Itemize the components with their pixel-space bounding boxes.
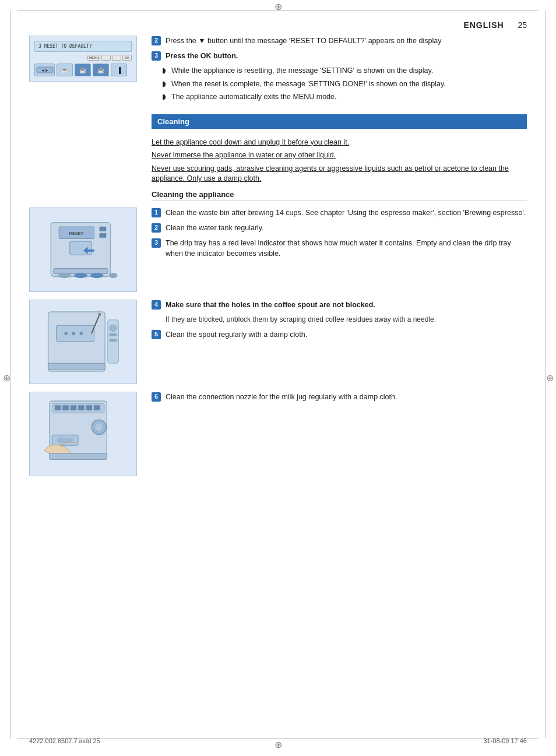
device-illustration-area: 3 RESET TO DEFAULT? MENU · · OK ◄► ☕ (29, 36, 152, 106)
bullet-marker-1: ◗ (162, 66, 168, 76)
step-6-text: 6 Clean the connection nozzle for the mi… (152, 392, 527, 476)
reset-bullet-3-text: The appliance automatically exits the ME… (171, 92, 336, 103)
clean-step-6: 6 Clean the connection nozzle for the mi… (152, 392, 527, 402)
svg-text:◄►: ◄► (41, 68, 49, 72)
svg-rect-21 (48, 363, 105, 370)
warning-3: Never use scouring pads, abrasive cleani… (152, 164, 527, 184)
svg-rect-38 (49, 453, 107, 460)
svg-rect-32 (86, 405, 92, 410)
icon-cup2: ☕ (75, 64, 91, 76)
svg-point-20 (98, 313, 101, 317)
warning-2: Never immerse the appliance in water or … (152, 150, 527, 161)
device-display-text: 3 RESET TO DEFAULT? (38, 44, 128, 49)
clean-step-5: 5 Clean the spout regularly with a damp … (152, 329, 527, 340)
cleaning-header-right: Cleaning (152, 108, 527, 135)
reset-bullet-3: ◗ The appliance automatically exits the … (152, 92, 527, 103)
cleaning-header-left-spacer (29, 108, 152, 135)
reset-step-3: 3 Press the OK button. (152, 51, 527, 61)
header-separator (509, 20, 513, 30)
device-buttons-row: MENU · · OK (34, 55, 132, 61)
svg-rect-29 (62, 405, 69, 410)
svg-point-13 (108, 273, 117, 278)
warnings-row: Let the appliance cool down and unplug i… (29, 138, 527, 205)
cleaning-appliance-title: Cleaning the appliance (152, 190, 527, 201)
svg-point-12 (90, 273, 103, 278)
clean-step-6-num: 6 (152, 392, 161, 402)
spout-illustration (29, 300, 152, 384)
icon-cup3: ☕ (93, 64, 109, 76)
clean-step-3-text: The drip tray has a red level indicator … (166, 238, 527, 259)
clean-step-5-num: 5 (152, 330, 161, 339)
coffee-machine-illustration: RESET (29, 208, 152, 292)
step-3-text: Press the OK button. (166, 51, 527, 61)
language-label: ENGLISH (463, 20, 504, 30)
clean-step-2-num: 2 (152, 223, 161, 233)
illus-milk-nozzle (29, 392, 137, 476)
dot2-btn: · (112, 55, 121, 61)
warning-1: Let the appliance cool down and unplug i… (152, 138, 527, 148)
steps-4-5-row: 4 Make sure that the holes in the coffee… (29, 300, 527, 384)
svg-rect-33 (93, 405, 100, 410)
svg-point-35 (94, 423, 103, 431)
svg-rect-31 (78, 405, 85, 410)
illus-spout (29, 300, 137, 384)
footer-filename: 4222.002.6507.7.indd 25 (29, 737, 100, 744)
reg-mark-bottom: ⊕ (275, 739, 282, 750)
reset-step-2: 2 Press the ▼ button until the message '… (152, 36, 527, 46)
svg-point-17 (72, 332, 75, 336)
step-6-row: 6 Clean the connection nozzle for the mi… (29, 392, 527, 476)
bullet-marker-2: ◗ (162, 79, 168, 89)
cleaning-section-header: Cleaning (152, 114, 527, 129)
cleaning-header-row: Cleaning (29, 108, 527, 135)
icon-cup1: ☕ (57, 64, 73, 76)
svg-rect-28 (54, 405, 61, 410)
clean-step-2-text: Clean the water tank regularly. (166, 223, 527, 233)
clean-step-1-num: 1 (152, 208, 161, 217)
step-2-num: 2 (152, 36, 161, 45)
steps-4-5-text: 4 Make sure that the holes in the coffee… (152, 300, 527, 384)
svg-point-10 (58, 273, 71, 278)
milk-jug-illustration (29, 392, 152, 476)
menu-btn: MENU (87, 55, 100, 61)
step-3-num: 3 (152, 51, 161, 61)
clean-step-6-text: Clean the connection nozzle for the milk… (166, 392, 527, 402)
reg-mark-right: ⊕ (544, 373, 555, 384)
reset-bullet-2: ◗ When the reset is complete, the messag… (152, 79, 527, 90)
svg-rect-30 (70, 405, 76, 410)
device-icons-row: ◄► ☕ ☕ ☕ ▐ (34, 64, 132, 76)
footer-date: 31-08-09 17:46 (483, 737, 527, 744)
bullet-marker-3: ◗ (162, 92, 168, 102)
svg-text:RESET: RESET (69, 231, 83, 236)
reset-bullet-2-text: When the reset is complete, the message … (171, 79, 446, 90)
svg-rect-25 (109, 339, 117, 342)
reg-mark-top: ⊕ (273, 1, 283, 12)
svg-point-18 (79, 332, 83, 336)
step-2-text: Press the ▼ button until the message 'RE… (166, 36, 527, 46)
svg-point-16 (64, 332, 68, 336)
svg-point-23 (110, 325, 116, 331)
reset-instructions: 2 Press the ▼ button until the message '… (152, 36, 527, 106)
svg-point-11 (74, 273, 87, 278)
steps-1-3-text: 1 Clean the waste bin after brewing 14 c… (152, 208, 527, 292)
page-content: 3 RESET TO DEFAULT? MENU · · OK ◄► ☕ (0, 36, 556, 479)
reg-mark-left: ⊕ (1, 373, 12, 384)
clean-step-1-text: Clean the waste bin after brewing 14 cup… (166, 208, 527, 218)
clean-step-2: 2 Clean the water tank regularly. (152, 223, 527, 233)
reset-section: 3 RESET TO DEFAULT? MENU · · OK ◄► ☕ (29, 36, 527, 106)
ok-btn: OK (122, 55, 132, 61)
clean-step-5-text: Clean the spout regularly with a damp cl… (166, 329, 527, 340)
icon-bar: ▐ (111, 64, 127, 76)
clean-step-4-num: 4 (152, 300, 161, 310)
clean-step-1: 1 Clean the waste bin after brewing 14 c… (152, 208, 527, 218)
step-4-subtext: If they are blocked, unblock them by scr… (166, 315, 527, 325)
steps-1-3-row: RESET (29, 208, 527, 292)
clean-step-3-num: 3 (152, 238, 161, 248)
svg-rect-24 (109, 333, 117, 336)
page-number: 25 (518, 20, 527, 30)
reset-bullet-1-text: While the appliance is resetting, the me… (171, 66, 433, 76)
device-box: 3 RESET TO DEFAULT? MENU · · OK ◄► ☕ (29, 36, 137, 82)
svg-rect-5 (99, 227, 105, 231)
reset-bullet-1: ◗ While the appliance is resetting, the … (152, 66, 527, 76)
clean-step-4: 4 Make sure that the holes in the coffee… (152, 300, 527, 310)
warnings-left-spacer (29, 138, 152, 205)
